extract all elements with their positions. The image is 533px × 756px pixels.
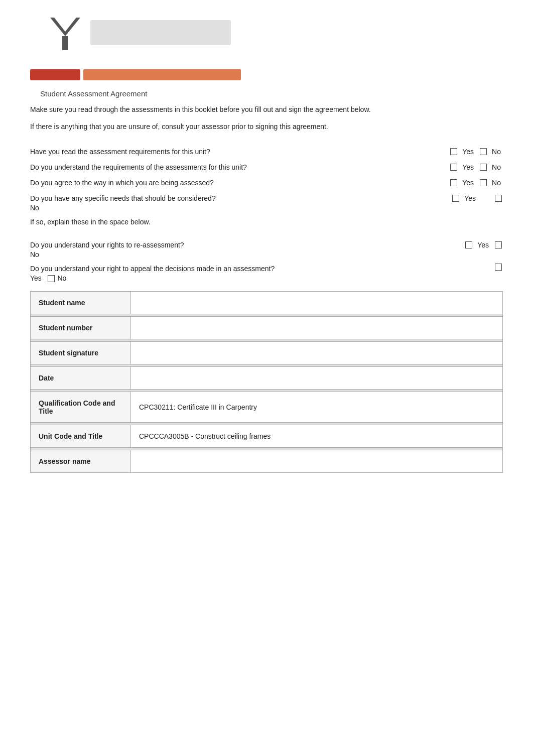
table-row-student-number: Student number bbox=[31, 317, 503, 339]
logo-icon bbox=[45, 15, 85, 55]
assessor-value[interactable] bbox=[131, 450, 503, 473]
q3-text: Do you agree to the way in which you are… bbox=[30, 178, 444, 188]
q4-sub-answer: No bbox=[30, 204, 503, 212]
q3-no-label: No bbox=[492, 178, 501, 188]
q4-yes-checkbox[interactable] bbox=[452, 195, 459, 202]
info-table: Student name Student number Student sign… bbox=[30, 291, 503, 473]
question-row-4: Do you have any specific needs that shou… bbox=[30, 193, 503, 212]
q5-yes-checkbox[interactable] bbox=[465, 241, 472, 248]
student-name-value[interactable] bbox=[131, 292, 503, 314]
student-signature-value[interactable] bbox=[131, 342, 503, 364]
q4-text: Do you have any specific needs that shou… bbox=[30, 193, 446, 204]
q1-yes-label: Yes bbox=[462, 147, 474, 157]
q6-yes-label: Yes bbox=[30, 274, 42, 282]
logo-text-placeholder bbox=[90, 20, 231, 45]
q6-options bbox=[495, 264, 503, 271]
logo-bar bbox=[30, 69, 241, 80]
header-logo bbox=[30, 0, 503, 80]
student-number-value[interactable] bbox=[131, 317, 503, 339]
q5-options: Yes bbox=[465, 240, 503, 250]
q6-no-checkbox[interactable] bbox=[48, 275, 55, 282]
q3-no-checkbox[interactable] bbox=[480, 179, 487, 186]
page: Student Assessment Agreement Make sure y… bbox=[0, 0, 533, 756]
q3-yes-label: Yes bbox=[462, 178, 474, 188]
q4-yes-label: Yes bbox=[464, 193, 476, 204]
logo-block bbox=[30, 10, 241, 80]
date-label: Date bbox=[31, 367, 131, 390]
q6-sub-inline: Yes No bbox=[30, 274, 503, 282]
question-row-6: Do you understand your right to appeal t… bbox=[30, 264, 503, 282]
table-row-unit: Unit Code and Title CPCCCA3005B - Constr… bbox=[31, 425, 503, 448]
table-row-student-name: Student name bbox=[31, 292, 503, 314]
q2-yes-checkbox[interactable] bbox=[450, 164, 457, 171]
q6-text: Do you understand your right to appeal t… bbox=[30, 264, 489, 274]
student-number-label: Student number bbox=[31, 317, 131, 339]
table-row-assessor: Assessor name bbox=[31, 450, 503, 473]
qualification-label: Qualification Code and Title bbox=[31, 392, 131, 423]
assessor-label: Assessor name bbox=[31, 450, 131, 473]
question-row-1: Have you read the assessment requirement… bbox=[30, 147, 503, 157]
table-row-student-signature: Student signature bbox=[31, 342, 503, 364]
question-row-5: Do you understand your rights to re-asse… bbox=[30, 240, 503, 259]
qualification-value: CPC30211: Certificate III in Carpentry bbox=[131, 392, 503, 423]
q2-no-label: No bbox=[492, 162, 501, 173]
q2-yes-label: Yes bbox=[462, 162, 474, 173]
q5-yes-label: Yes bbox=[477, 240, 489, 250]
q4-options: Yes bbox=[452, 193, 503, 204]
intro-para1: Make sure you read through the assessmen… bbox=[30, 104, 503, 115]
questions-section-2: Do you understand your rights to re-asse… bbox=[30, 240, 503, 282]
table-row-date: Date bbox=[31, 367, 503, 390]
logo-bar-red bbox=[30, 69, 80, 80]
q3-options: Yes No bbox=[450, 178, 503, 188]
q2-options: Yes No bbox=[450, 162, 503, 173]
intro-para2: If there is anything that you are unsure… bbox=[30, 121, 503, 132]
q1-options: Yes No bbox=[450, 147, 503, 157]
q5-text: Do you understand your rights to re-asse… bbox=[30, 240, 459, 250]
explain-text: If so, explain these in the space below. bbox=[30, 218, 503, 226]
question-row-2: Do you understand the requirements of th… bbox=[30, 162, 503, 173]
svg-marker-0 bbox=[50, 18, 80, 36]
q3-yes-checkbox[interactable] bbox=[450, 179, 457, 186]
question-row-3: Do you agree to the way in which you are… bbox=[30, 178, 503, 188]
q5-sub-answer: No bbox=[30, 250, 503, 259]
q1-yes-checkbox[interactable] bbox=[450, 148, 457, 155]
q5-empty-checkbox[interactable] bbox=[495, 241, 502, 248]
student-name-label: Student name bbox=[31, 292, 131, 314]
q2-no-checkbox[interactable] bbox=[480, 164, 487, 171]
unit-label: Unit Code and Title bbox=[31, 425, 131, 448]
q1-no-label: No bbox=[492, 147, 501, 157]
questions-section-1: Have you read the assessment requirement… bbox=[30, 147, 503, 226]
q4-no-checkbox[interactable] bbox=[495, 195, 502, 202]
q1-text: Have you read the assessment requirement… bbox=[30, 147, 444, 157]
unit-value: CPCCCA3005B - Construct ceiling frames bbox=[131, 425, 503, 448]
q6-checkbox[interactable] bbox=[495, 264, 502, 271]
section-title: Student Assessment Agreement bbox=[40, 89, 503, 98]
logo-bar-orange bbox=[83, 69, 241, 80]
q1-no-checkbox[interactable] bbox=[480, 148, 487, 155]
table-row-qualification: Qualification Code and Title CPC30211: C… bbox=[31, 392, 503, 423]
date-value[interactable] bbox=[131, 367, 503, 390]
svg-rect-1 bbox=[62, 36, 68, 50]
student-signature-label: Student signature bbox=[31, 342, 131, 364]
q6-no-label: No bbox=[57, 274, 66, 282]
q2-text: Do you understand the requirements of th… bbox=[30, 162, 444, 173]
